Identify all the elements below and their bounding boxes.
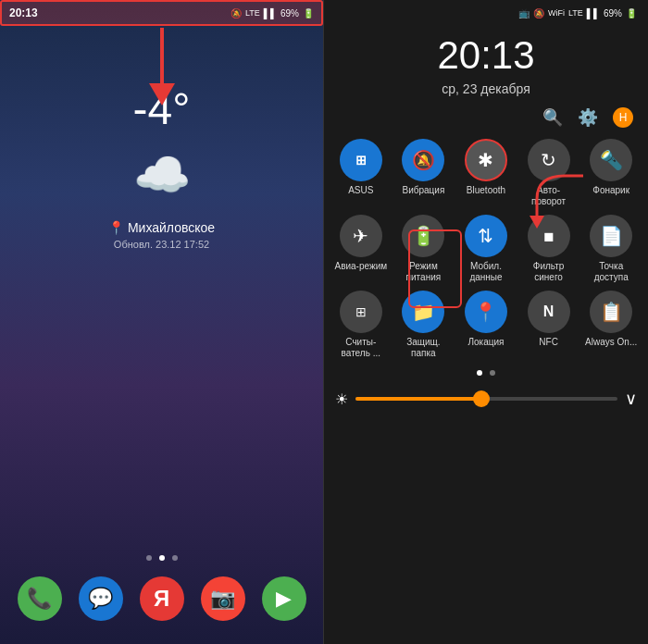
- right-dot-2: [490, 370, 495, 376]
- power-icon: 🔋: [402, 215, 444, 257]
- right-dot-1: [477, 370, 482, 376]
- brightness-expand-icon[interactable]: ∨: [625, 389, 637, 409]
- toggle-autorotate[interactable]: ↻ Авто-поворот: [521, 139, 577, 207]
- autorotate-label: Авто-поворот: [521, 185, 577, 207]
- quick-toggle-row3: ⊞ Считы-ватель ... 📁 Защищ. папка 📍 Лока…: [324, 291, 648, 359]
- location-display: 📍 Михайловское: [108, 220, 215, 235]
- airplane-label: Авиа-режим: [334, 261, 387, 272]
- left-panel: 20:13 🔕 LTE ▌▌ 69% 🔋 -4° ☁️ 📍 Михайловск…: [0, 0, 324, 644]
- camera-app-icon[interactable]: 📷: [201, 576, 245, 621]
- always-on-icon: 📋: [590, 291, 632, 333]
- right-time-display: 20:13: [324, 33, 648, 78]
- toggle-blue-filter[interactable]: ◼ Фильтр синего: [521, 215, 577, 283]
- flashlight-label: Фонарик: [592, 185, 629, 196]
- user-icon[interactable]: H: [613, 107, 633, 128]
- bluetooth-label: Bluetooth: [467, 185, 505, 196]
- location-label: Локация: [467, 337, 504, 348]
- secure-folder-label: Защищ. папка: [396, 337, 452, 359]
- yandex-app-icon[interactable]: Я: [140, 576, 184, 621]
- right-header-icons: 🔍 ⚙️ H: [324, 107, 648, 128]
- toggle-hotspot[interactable]: 📄 Точка доступа: [583, 215, 639, 283]
- quick-toggle-row1: ⊞ ASUS 🔕 Вибрация ✱ Bluetooth ↻: [324, 139, 648, 207]
- power-label: Режим питания: [396, 261, 452, 283]
- brightness-track[interactable]: [355, 397, 617, 401]
- update-time-display: Обновл. 23.12 17:52: [114, 239, 209, 250]
- right-panel-wrapper: 📺 🔕 WiFi LTE ▌▌ 69% 🔋 20:13 ср, 23 декаб…: [324, 0, 648, 644]
- search-icon[interactable]: 🔍: [542, 107, 563, 128]
- settings-icon[interactable]: ⚙️: [578, 107, 598, 128]
- toggle-power[interactable]: 🔋 Режим питания: [396, 215, 452, 283]
- nfc-icon: N: [528, 291, 570, 333]
- airplane-icon: ✈: [340, 215, 382, 257]
- right-panel: 📺 🔕 WiFi LTE ▌▌ 69% 🔋 20:13 ср, 23 декаб…: [324, 0, 648, 644]
- brightness-low-icon: ☀: [335, 390, 348, 408]
- brightness-fill: [355, 397, 487, 401]
- play-app-icon[interactable]: ▶: [262, 576, 306, 621]
- messages-app-icon[interactable]: 💬: [79, 576, 123, 621]
- blue-filter-label: Фильтр синего: [521, 261, 577, 283]
- arrow-annotation: [149, 28, 175, 105]
- secure-folder-icon: 📁: [402, 291, 444, 333]
- left-status-time: 20:13: [9, 6, 38, 19]
- right-page-dots: [324, 370, 648, 376]
- right-date-display: ср, 23 декабря: [324, 81, 648, 96]
- bluetooth-icon: ✱: [465, 139, 507, 181]
- right-status-bar: 📺 🔕 WiFi LTE ▌▌ 69% 🔋: [324, 0, 648, 26]
- toggle-location[interactable]: 📍 Локация: [458, 291, 514, 359]
- toggle-flashlight[interactable]: 🔦 Фонарик: [583, 139, 639, 207]
- toggle-airplane[interactable]: ✈ Авиа-режим: [333, 215, 389, 283]
- left-status-icons: 🔕 LTE ▌▌ 69% 🔋: [231, 8, 314, 19]
- dot-2: [159, 555, 165, 561]
- hotspot-icon: 📄: [590, 215, 632, 257]
- location-icon: 📍: [465, 291, 507, 333]
- asus-label: ASUS: [348, 185, 373, 196]
- dot-3: [172, 555, 178, 561]
- toggle-vibration[interactable]: 🔕 Вибрация: [396, 139, 452, 207]
- toggle-reader[interactable]: ⊞ Считы-ватель ...: [333, 291, 389, 359]
- nfc-label: NFC: [539, 337, 558, 348]
- hotspot-label: Точка доступа: [583, 261, 639, 283]
- mobile-data-icon: ⇅: [465, 215, 507, 257]
- mobile-data-label: Мобил. данные: [458, 261, 514, 283]
- reader-icon: ⊞: [340, 291, 382, 333]
- toggle-always-on[interactable]: 📋 Always On...: [583, 291, 639, 359]
- toggle-mobile-data[interactable]: ⇅ Мобил. данные: [458, 215, 514, 283]
- reader-label: Считы-ватель ...: [333, 337, 389, 359]
- toggle-nfc[interactable]: N NFC: [521, 291, 577, 359]
- vibration-icon: 🔕: [402, 139, 444, 181]
- arrow-head: [149, 83, 175, 105]
- autorotate-icon: ↻: [528, 139, 570, 181]
- right-status-icons: 📺 🔕 WiFi LTE ▌▌ 69% 🔋: [518, 8, 637, 19]
- arrow-shaft: [160, 28, 164, 83]
- flashlight-icon: 🔦: [590, 139, 632, 181]
- dot-1: [146, 555, 152, 561]
- toggle-asus[interactable]: ⊞ ASUS: [333, 139, 389, 207]
- brightness-control[interactable]: ☀ ∨: [324, 389, 648, 409]
- toggle-secure-folder[interactable]: 📁 Защищ. папка: [396, 291, 452, 359]
- location-pin-icon: 📍: [108, 220, 124, 235]
- asus-icon: ⊞: [340, 139, 382, 181]
- left-page-dots: [146, 555, 178, 561]
- brightness-thumb[interactable]: [473, 390, 490, 407]
- toggle-bluetooth[interactable]: ✱ Bluetooth: [458, 139, 514, 207]
- quick-toggle-row2: ✈ Авиа-режим 🔋 Режим питания ⇅ Мобил. да…: [324, 215, 648, 283]
- left-dock: 📞 💬 Я 📷 ▶: [0, 567, 323, 630]
- always-on-label: Always On...: [585, 337, 637, 348]
- left-status-bar: 20:13 🔕 LTE ▌▌ 69% 🔋: [0, 0, 323, 26]
- blue-filter-icon: ◼: [528, 215, 570, 257]
- weather-icon: ☁️: [133, 148, 191, 202]
- vibration-label: Вибрация: [402, 185, 444, 196]
- calls-app-icon[interactable]: 📞: [18, 576, 62, 621]
